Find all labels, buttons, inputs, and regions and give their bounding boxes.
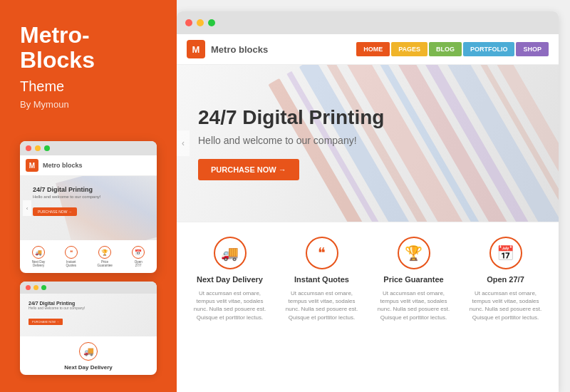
feature-quotes-desc: Ut accumsan est ornare, tempus velit vit… (283, 289, 361, 321)
nav-shop[interactable]: SHOP (516, 42, 549, 56)
theme-title: Metro-Blocks (20, 23, 157, 73)
mini-brand: Metro blocks (43, 162, 83, 169)
theme-author: By Mymoun (20, 99, 157, 110)
mini-dot-green (44, 145, 50, 151)
feature-delivery-desc: Ut accumsan est ornare, tempus velit vit… (191, 289, 269, 321)
nav-pages[interactable]: PAGES (391, 42, 428, 56)
nav-items: HOME PAGES BLOG PORTFOLIO SHOP (356, 42, 549, 56)
mobile-bar (20, 282, 157, 294)
feature-delivery: 🚚 Next Day Delivery Ut accumsan est orna… (191, 237, 269, 321)
mini-hero-sub: Hello and welcome to our company! (33, 195, 100, 199)
calendar-icon: 📅 (489, 237, 522, 269)
mini-feature-open: 📅 Open27/7 (132, 246, 145, 267)
site-brand: Metro blocks (211, 44, 356, 55)
lb-dot-red (26, 285, 31, 290)
mobile-hero-content: 24/7 Digital Printing Hello and welcome … (28, 301, 86, 326)
feature-open: 📅 Open 27/7 Ut accumsan est ornare, temp… (467, 237, 545, 321)
site-nav: M Metro blocks HOME PAGES BLOG PORTFOLIO… (177, 34, 559, 65)
browser-dot-green (208, 19, 215, 26)
mobile-hero-title: 24/7 Digital Printing (28, 301, 86, 306)
mini-calendar-icon: 📅 (132, 246, 145, 259)
mini-feature-delivery: 🚚 Next DayDelivery (32, 246, 46, 267)
mini-feature-label-3: PriceGuarantee (97, 260, 112, 267)
feature-guarantee-desc: Ut accumsan est ornare, tempus velit vit… (375, 289, 453, 321)
quote-icon: ❝ (306, 237, 338, 269)
lb-dot-yellow (33, 285, 38, 290)
theme-subtitle: Theme (20, 78, 157, 95)
nav-portfolio[interactable]: PORTFOLIO (463, 42, 515, 56)
feature-guarantee: 🏆 Price Guarantee Ut accumsan est ornare… (375, 237, 453, 321)
trophy-icon: 🏆 (398, 237, 430, 269)
mini-dot-yellow (35, 145, 41, 151)
mobile-mockup: 24/7 Digital Printing Hello and welcome … (20, 282, 157, 375)
site-hero: ‹ 24/7 Digital Printing Hello and welcom… (177, 65, 559, 222)
feature-guarantee-name: Price Guarantee (383, 275, 443, 284)
mini-nav: M Metro blocks (20, 155, 157, 176)
mini-hero-title: 24/7 Digital Printing (33, 186, 100, 193)
site-logo-box: M (187, 40, 205, 58)
feature-quotes-name: Instant Quotes (294, 275, 349, 284)
feature-open-desc: Ut accumsan est ornare, tempus velit vit… (467, 289, 545, 321)
mobile-hero: 24/7 Digital Printing Hello and welcome … (20, 294, 157, 336)
mini-hero: ‹ 24/7 Digital Printing Hello and welcom… (20, 176, 157, 240)
mini-trophy-icon: 🏆 (98, 246, 111, 259)
mini-features: 🚚 Next DayDelivery ❝ InstantQuotes 🏆 Pri… (20, 240, 157, 273)
nav-home[interactable]: HOME (356, 42, 390, 56)
nav-blog[interactable]: BLOG (429, 42, 462, 56)
feature-quotes: ❝ Instant Quotes Ut accumsan est ornare,… (283, 237, 361, 321)
mobile-hero-sub: Hello and welcome to our company! (28, 306, 86, 310)
hero-content: 24/7 Digital Printing Hello and welcome … (198, 106, 384, 180)
mini-logo-box: M (26, 159, 38, 172)
mobile-feature-label: Next Day Delivery (64, 364, 113, 371)
mini-browser-top: M Metro blocks ‹ 24/7 Digital Printing H… (20, 141, 157, 273)
mini-feature-label-2: InstantQuotes (66, 260, 77, 267)
mini-feature-label-1: Next DayDelivery (32, 260, 46, 267)
truck-icon: 🚚 (214, 237, 247, 269)
mini-feature-guarantee: 🏆 PriceGuarantee (97, 246, 112, 267)
features-bar: 🚚 Next Day Delivery Ut accumsan est orna… (177, 222, 559, 333)
right-panel: M Metro blocks HOME PAGES BLOG PORTFOLIO… (177, 0, 570, 392)
feature-delivery-name: Next Day Delivery (197, 275, 263, 284)
hero-title: 24/7 Digital Printing (198, 106, 384, 129)
hero-cta-button[interactable]: PURCHASE NOW → (198, 159, 299, 180)
mini-feature-quotes: ❝ InstantQuotes (65, 246, 78, 267)
mini-dot-red (26, 145, 31, 151)
mini-browser-bar (20, 141, 157, 155)
mini-hero-content: 24/7 Digital Printing Hello and welcome … (33, 186, 100, 216)
left-panel: Metro-Blocks Theme By Mymoun M Metro blo… (0, 0, 177, 392)
mini-truck-icon: 🚚 (32, 246, 45, 259)
hero-subtitle: Hello and welcome to our company! (198, 135, 384, 146)
browser-dot-red (185, 19, 192, 26)
mini-quote-icon: ❝ (65, 246, 78, 259)
lb-dot-green (41, 285, 46, 290)
feature-open-name: Open 27/7 (487, 275, 524, 284)
hero-arrow-left[interactable]: ‹ (177, 130, 190, 156)
browser-topbar (177, 11, 559, 34)
mobile-feature-section: 🚚 Next Day Delivery (20, 336, 157, 375)
mobile-truck-icon: 🚚 (79, 342, 98, 361)
mini-arrow-left[interactable]: ‹ (23, 200, 31, 216)
mobile-cta-button[interactable]: PURCHASE NOW → (28, 319, 63, 325)
mini-feature-label-4: Open27/7 (135, 260, 142, 267)
browser-dot-yellow (197, 19, 204, 26)
browser-window: M Metro blocks HOME PAGES BLOG PORTFOLIO… (177, 11, 559, 392)
mini-cta-button[interactable]: PURCHASE NOW → (33, 207, 77, 216)
